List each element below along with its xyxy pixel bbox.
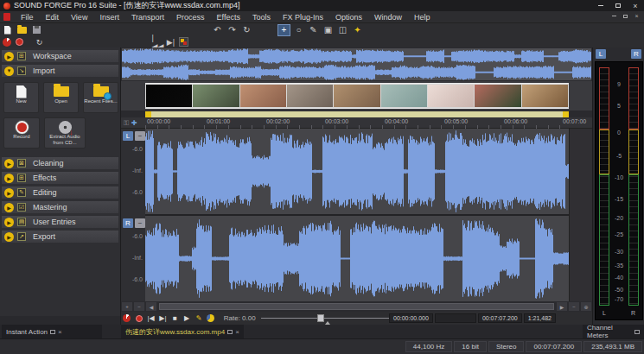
channel-right-collapse-button[interactable]: − (135, 218, 145, 228)
go-to-start-button[interactable]: |◀◀ (152, 37, 163, 47)
sidebar-section-import[interactable]: ▼ ↘ Import (2, 65, 118, 77)
horizontal-scrollbar[interactable]: + − ◀ ▶ − ⊕ (121, 301, 592, 312)
popout-icon[interactable] (634, 330, 640, 334)
video-thumbnail[interactable] (522, 85, 568, 107)
redo-button[interactable]: ↷ (226, 24, 239, 36)
close-button[interactable]: × (627, 0, 644, 11)
expander-icon[interactable]: ▶ (4, 159, 14, 168)
sidebar-section-workspace[interactable]: ▶ ⊞ Workspace (2, 50, 118, 62)
go-to-start-button[interactable]: |◀ (145, 313, 157, 324)
time-ruler[interactable]: ⚿ ✚ 00:00:00 00:01:00 00:02:00 00:03:00 … (121, 117, 592, 129)
maximize-button[interactable] (609, 0, 627, 11)
go-to-end-button[interactable]: ▶| (157, 313, 169, 324)
expander-icon[interactable]: ▶ (4, 218, 14, 227)
menu-item-view[interactable]: View (65, 11, 93, 22)
close-icon[interactable]: × (235, 328, 239, 336)
expander-icon[interactable]: ▶ (4, 174, 14, 183)
play-as-cursor-button[interactable]: ✎ (193, 313, 205, 324)
menu-item-options[interactable]: Options (329, 11, 368, 22)
child-close-button[interactable]: × (631, 11, 642, 21)
new-file-button[interactable] (1, 24, 14, 36)
menu-item-help[interactable]: Help (408, 11, 437, 22)
video-thumbnail[interactable] (193, 85, 239, 107)
meter-right-button[interactable]: R (631, 49, 641, 59)
scroll-left-button[interactable]: ◀ (146, 302, 156, 311)
video-thumbnail[interactable] (146, 85, 192, 107)
loop-playback-button[interactable]: ↻ (34, 37, 45, 47)
import-recent-files-button[interactable]: Recent Files... (83, 82, 118, 113)
document-tab[interactable]: 伤速的安详www.ssdax.com.mp4 × (121, 325, 244, 338)
video-thumbnail[interactable] (475, 85, 520, 107)
menu-item-file[interactable]: File (15, 11, 40, 22)
scroll-right-button[interactable]: ▶ (557, 302, 567, 311)
child-restore-button[interactable] (620, 11, 631, 21)
popout-icon[interactable] (227, 330, 233, 334)
menu-item-window[interactable]: Window (368, 11, 408, 22)
video-thumbnail[interactable] (240, 85, 286, 107)
sidebar-section-mastering[interactable]: ▶ ☑ Mastering (2, 201, 118, 213)
expander-icon[interactable]: ▶ (4, 188, 14, 198)
loop-end-marker[interactable] (563, 111, 569, 117)
undo-button[interactable]: ↶ (211, 24, 224, 36)
channel-left-button[interactable]: L (123, 131, 133, 141)
magnify-tool-button[interactable]: ○ (292, 24, 305, 36)
record-remote-button[interactable] (121, 313, 133, 324)
menu-item-effects[interactable]: Effects (211, 11, 246, 22)
insert-marker-icon[interactable]: ✚ (131, 119, 137, 127)
scrollbar-thumb[interactable] (159, 303, 554, 310)
sidebar-section-editing[interactable]: ▶ ✎ Editing (2, 186, 118, 199)
instant-action-tab[interactable]: Instant Action × (2, 325, 102, 338)
zoom-out-button[interactable]: − (134, 302, 144, 311)
import-new-button[interactable]: New (3, 82, 39, 113)
envelope-tool-button[interactable]: ▣ (322, 24, 335, 36)
channel-right-button[interactable]: R (123, 218, 133, 228)
loop-region-bar[interactable] (145, 111, 569, 117)
zoom-in-button[interactable]: + (122, 302, 132, 311)
stop-button[interactable]: ■ (169, 313, 181, 324)
import-open-button[interactable]: Open (43, 82, 79, 113)
video-thumbnail[interactable] (334, 85, 379, 107)
expander-icon[interactable]: ▶ (4, 203, 14, 212)
ruler-scale[interactable]: 00:00:00 00:01:00 00:02:00 00:03:00 00:0… (145, 117, 592, 129)
record-button[interactable] (133, 313, 145, 324)
menu-item-insert[interactable]: Insert (93, 11, 125, 22)
channel-meters-tab[interactable]: Channel Meters (583, 325, 644, 338)
open-file-button[interactable] (16, 24, 29, 36)
waveform-right-channel[interactable] (145, 216, 569, 301)
video-thumbnail[interactable] (287, 85, 333, 107)
child-minimize-button[interactable] (609, 11, 620, 21)
waveform-left-channel[interactable] (145, 129, 569, 214)
repeat-button[interactable]: ↻ (240, 24, 253, 36)
video-thumbnail[interactable] (381, 85, 427, 107)
zoom-out-button-right[interactable]: − (569, 302, 579, 311)
menu-item-edit[interactable]: Edit (40, 11, 66, 22)
record-button[interactable] (14, 37, 25, 47)
video-thumbnail[interactable] (428, 85, 474, 107)
expander-icon[interactable]: ▼ (4, 66, 14, 76)
loop-icon[interactable] (205, 313, 217, 324)
zoom-normal-button[interactable]: ⊕ (581, 302, 591, 311)
selection-readout[interactable] (435, 313, 476, 323)
minimize-button[interactable] (592, 0, 609, 11)
end-readout[interactable]: 00:07:07.200 (478, 313, 522, 323)
edit-tool-button[interactable]: + (277, 24, 290, 36)
loop-start-marker[interactable] (145, 111, 151, 117)
record-remote-button[interactable] (1, 37, 12, 47)
rate-slider[interactable] (261, 313, 389, 324)
menu-item-tools[interactable]: Tools (246, 11, 277, 22)
save-button[interactable] (30, 24, 43, 36)
rate-slider-handle[interactable] (317, 314, 324, 322)
sidebar-section-cleaning[interactable]: ▶ ⊠ Cleaning (2, 157, 118, 169)
length-readout[interactable]: 1:21,482 (524, 313, 556, 323)
menu-item-process[interactable]: Process (170, 11, 211, 22)
lock-icon[interactable]: ⚿ (124, 119, 129, 128)
meter-left-button[interactable]: L (596, 49, 606, 59)
position-readout[interactable]: 00:00:00.000 (389, 313, 433, 323)
pencil-tool-button[interactable]: ✎ (307, 24, 320, 36)
sidebar-section-user-entries[interactable]: ▶ ▤ User Entries (2, 216, 118, 228)
popout-icon[interactable] (50, 330, 55, 334)
overview-waveform[interactable] (122, 48, 591, 80)
close-icon[interactable]: × (58, 328, 62, 336)
sidebar-section-export[interactable]: ▶ ↗ Export (2, 231, 118, 243)
play-button[interactable]: ▶ (181, 313, 193, 324)
